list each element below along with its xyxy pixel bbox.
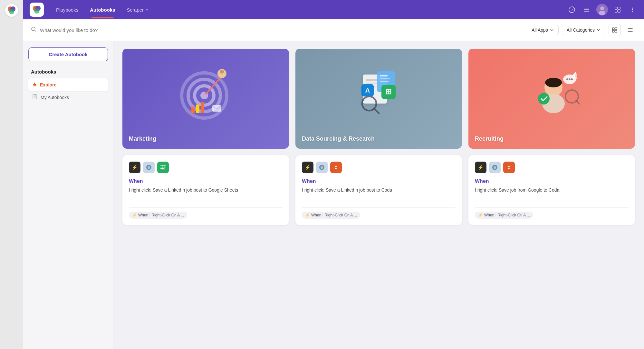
search-icon [31,26,37,34]
nav-scraper[interactable]: Scraper [121,5,155,15]
topnav-logo[interactable] [30,3,44,17]
svg-rect-65 [160,167,166,167]
svg-rect-35 [212,105,221,112]
app-icons-1: ⚡ [129,162,283,173]
svg-rect-11 [615,7,617,9]
datasourcing-illustration: ⊞ A [295,49,462,136]
coda-icon-2: C [503,162,515,173]
left-rail [0,0,23,349]
sidebar-section-title: Autobooks [28,69,108,75]
svg-point-5 [34,8,39,14]
lightning-icon-2: ⚡ [302,162,313,173]
list-view-toggle[interactable] [624,24,636,36]
svg-point-9 [600,6,604,10]
footer-badge-3: ⚡ When I Right-Click On A ... [475,212,533,219]
svg-rect-37 [366,79,379,81]
svg-rect-64 [160,165,166,166]
card-footer-3: ⚡ When I Right-Click On A ... [475,207,629,219]
svg-text:?: ? [571,8,572,12]
sidebar-item-explore[interactable]: ★ Explore [28,78,108,91]
svg-point-53 [538,93,550,105]
all-categories-filter[interactable]: All Categories [562,25,605,35]
svg-rect-32 [191,107,195,113]
svg-rect-42 [380,78,390,79]
layout-toggle-button[interactable] [612,5,623,15]
nav-autobooks[interactable]: Autobooks [84,5,121,15]
autobook-card-2[interactable]: ⚡ C When I right click: Save a LinkedIn … [295,155,462,225]
svg-rect-12 [618,7,620,9]
nav-playbooks[interactable]: Playbooks [50,5,84,15]
svg-point-56 [569,78,571,80]
svg-point-52 [545,78,562,87]
category-cards: Marketing [122,49,635,149]
sidebar-item-my-autobooks[interactable]: My Autobooks [28,91,108,104]
main-content: Marketing [113,41,644,349]
svg-rect-22 [615,30,617,32]
search-wrap [31,26,523,34]
create-autobook-button[interactable]: Create Autobook [28,47,108,61]
card-footer-1: ⚡ When I Right-Click On A ... [129,207,283,219]
all-apps-filter[interactable]: All Apps [527,25,559,35]
marketing-label: Marketing [129,135,156,142]
left-rail-logo[interactable] [5,4,18,17]
more-options-button[interactable] [627,5,638,15]
svg-rect-68 [164,165,165,170]
card-footer-2: ⚡ When I Right-Click On A ... [302,207,456,219]
svg-rect-41 [380,75,388,76]
card-description-2: I right click: Save a LinkedIn job post … [302,187,456,202]
search-input[interactable] [40,27,523,33]
marketing-illustration [122,49,289,136]
phantom-icon-2 [316,162,328,173]
svg-point-10 [599,11,605,15]
category-card-recruiting[interactable]: Recruiting [468,49,635,149]
svg-point-57 [571,78,573,80]
category-card-marketing[interactable]: Marketing [122,49,289,149]
svg-line-61 [576,101,579,104]
svg-point-15 [632,8,633,9]
category-card-datasourcing[interactable]: ⊞ A Data Sourcing & Research [295,49,462,149]
svg-rect-21 [612,30,614,32]
menu-button[interactable] [582,5,592,15]
user-avatar[interactable] [596,4,608,15]
svg-rect-14 [618,10,620,12]
filter-group: All Apps All Categories [527,24,636,36]
svg-text:⊞: ⊞ [386,88,391,96]
sidebar: Create Autobook Autobooks ★ Explore My A… [23,41,113,349]
svg-line-47 [374,108,379,113]
card-description-1: I right click: Save a LinkedIn job post … [129,187,283,202]
categories-chevron-icon [597,28,601,32]
apps-chevron-icon [550,28,554,32]
footer-badge-1: ⚡ When I Right-Click On A ... [129,212,187,219]
svg-point-2 [9,9,14,14]
grid-view-toggle[interactable] [609,24,621,36]
help-button[interactable]: ? [567,5,577,15]
autobook-cards: ⚡ When I right click: Save a LinkedIn jo… [122,155,635,225]
phantom-icon-1 [143,162,155,173]
svg-point-17 [632,11,633,12]
phantom-icon-3 [489,162,501,173]
lightning-icon: ⚡ [129,162,140,173]
sheets-icon [157,162,169,173]
card-description-3: I right click: Save job from Google to C… [475,187,629,202]
coda-icon: C [330,162,342,173]
autobook-card-1[interactable]: ⚡ When I right click: Save a LinkedIn jo… [122,155,289,225]
recruiting-illustration [468,49,635,136]
recruiting-label: Recruiting [475,135,504,142]
topnav: Playbooks Autobooks Scraper ? [23,0,644,19]
badge-lightning-3: ⚡ [478,213,483,217]
nav-right: ? [567,4,638,15]
when-label-3: When [475,178,629,184]
svg-text:A: A [365,87,370,94]
svg-rect-33 [196,105,199,113]
footer-badge-2: ⚡ When I Right-Click On A ... [302,212,360,219]
svg-rect-43 [380,81,389,82]
svg-point-16 [632,9,633,10]
svg-point-18 [32,27,35,31]
autobook-card-3[interactable]: ⚡ C When I right click: Save job from Go… [468,155,635,225]
star-icon: ★ [32,82,37,88]
chevron-down-icon [145,8,149,12]
book-icon [32,94,37,100]
app-icons-2: ⚡ C [302,162,456,173]
svg-rect-34 [201,102,204,113]
search-bar: All Apps All Categories [23,19,644,41]
